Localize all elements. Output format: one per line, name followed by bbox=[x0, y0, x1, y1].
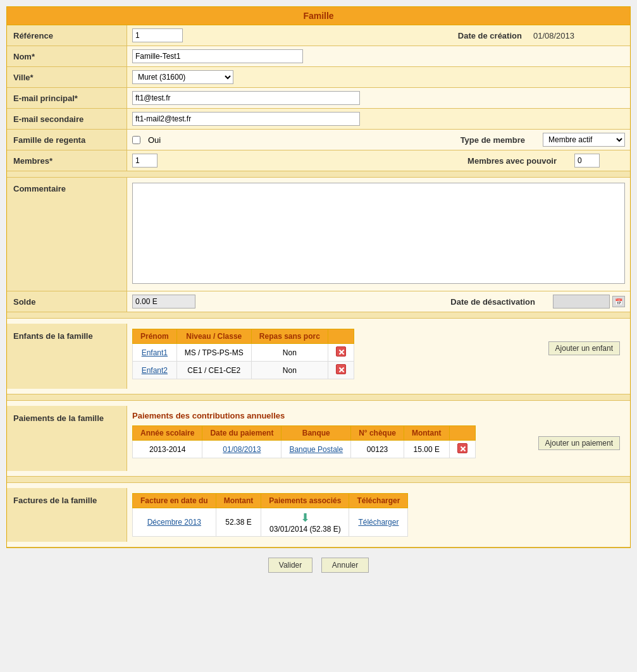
solde-value-cell: Date de désactivation 📅 bbox=[127, 292, 630, 311]
table-row: Enfant1 MS / TPS-PS-MS Non bbox=[133, 344, 354, 362]
ajouter-paiement-wrapper: Ajouter un paiement bbox=[538, 411, 625, 450]
enfants-col-action bbox=[328, 329, 354, 344]
list-item bbox=[328, 362, 354, 379]
reference-value-cell: Date de création 01/08/2013 bbox=[127, 26, 630, 45]
email-secondaire-label: E-mail secondaire bbox=[7, 109, 127, 129]
factures-col-date: Facture en date du bbox=[133, 494, 216, 508]
factures-col-montant: Montant bbox=[216, 494, 261, 508]
list-item: Télécharger bbox=[349, 508, 408, 537]
valider-button[interactable]: Valider bbox=[268, 558, 312, 573]
list-item: Enfant1 bbox=[133, 344, 177, 362]
enfant-prenom-link[interactable]: Enfant2 bbox=[142, 366, 168, 375]
paiements-table: Année scolaire Date du paiement Banque N… bbox=[132, 425, 476, 458]
paiements-section-title: Paiements des contributions annuelles bbox=[132, 411, 538, 420]
paiement-banque-link[interactable]: Banque Postale bbox=[289, 445, 343, 454]
reference-row: Référence Date de création 01/08/2013 bbox=[7, 25, 630, 46]
famille-regenta-row: Famille de regenta Oui Type de membre Me… bbox=[7, 130, 630, 150]
nom-row: Nom* bbox=[7, 46, 630, 67]
famille-regenta-value-cell: Oui Type de membre Membre actif Membre i… bbox=[127, 130, 630, 149]
table-row: Enfant2 CE1 / CE1-CE2 Non bbox=[133, 362, 354, 379]
ville-row: Ville* Muret (31600) Toulouse (31000) Pa… bbox=[7, 67, 630, 88]
enfants-label: Enfants de la famille bbox=[7, 324, 127, 389]
date-desactivation-input[interactable] bbox=[553, 295, 610, 309]
list-item: Non bbox=[251, 362, 328, 379]
list-item: 52.38 E bbox=[216, 508, 261, 537]
delete-enfant-icon[interactable] bbox=[336, 364, 346, 374]
ville-select[interactable]: Muret (31600) Toulouse (31000) Paris (75… bbox=[132, 70, 233, 84]
solde-label: Solde bbox=[7, 291, 127, 312]
list-item: Non bbox=[251, 344, 328, 362]
nom-input[interactable] bbox=[132, 49, 303, 63]
email-principal-label: E-mail principal* bbox=[7, 88, 127, 108]
enfants-col-niveau: Niveau / Classe bbox=[176, 329, 251, 344]
factures-col-paiements: Paiements associés bbox=[261, 494, 349, 508]
calendar-icon[interactable]: 📅 bbox=[612, 296, 625, 307]
divider-1 bbox=[7, 171, 630, 178]
ville-label: Ville* bbox=[7, 67, 127, 87]
divider-4 bbox=[7, 477, 630, 483]
table-row: 2013-2014 01/08/2013 Banque Postale 0012… bbox=[133, 441, 476, 458]
ajouter-paiement-button[interactable]: Ajouter un paiement bbox=[538, 436, 620, 450]
type-membre-label: Type de membre bbox=[461, 135, 525, 145]
oui-label: Oui bbox=[148, 135, 161, 145]
factures-label: Factures de la famille bbox=[7, 488, 127, 542]
email-secondaire-row: E-mail secondaire bbox=[7, 109, 630, 130]
enfants-table-wrapper: Prénom Niveau / Classe Repas sans porc E… bbox=[132, 329, 548, 379]
page-title: Famille bbox=[7, 7, 630, 25]
table-row: Décembre 2013 52.38 E ⬇ 03/01/2014 (52.3… bbox=[133, 508, 408, 537]
enfants-table: Prénom Niveau / Classe Repas sans porc E… bbox=[132, 329, 354, 379]
paiement-download-icon[interactable]: ⬇ bbox=[300, 511, 310, 525]
enfants-content: Prénom Niveau / Classe Repas sans porc E… bbox=[127, 324, 630, 389]
telecharger-link[interactable]: Télécharger bbox=[358, 518, 399, 527]
list-item: 2013-2014 bbox=[133, 441, 202, 458]
oui-checkbox[interactable] bbox=[132, 136, 140, 144]
membres-pouvoir-label: Membres avec pouvoir bbox=[467, 156, 557, 166]
membres-label: Membres* bbox=[7, 150, 127, 171]
commentaire-content bbox=[127, 178, 630, 291]
enfant-prenom-link[interactable]: Enfant1 bbox=[142, 348, 168, 357]
paiements-row-wrapper: Paiements des contributions annuelles An… bbox=[132, 411, 625, 458]
paiements-content: Paiements des contributions annuelles An… bbox=[127, 406, 630, 471]
famille-regenta-label: Famille de regenta bbox=[7, 130, 127, 150]
list-item: 00123 bbox=[351, 441, 404, 458]
date-creation-value: 01/08/2013 bbox=[533, 31, 625, 40]
membres-input[interactable] bbox=[132, 154, 158, 168]
membres-pouvoir-input[interactable] bbox=[574, 154, 600, 168]
list-item: 01/08/2013 bbox=[202, 441, 281, 458]
email-principal-value-cell bbox=[127, 89, 630, 107]
delete-paiement-icon[interactable] bbox=[457, 443, 467, 453]
paiement-date-link[interactable]: 01/08/2013 bbox=[223, 445, 261, 454]
ajouter-enfant-button[interactable]: Ajouter un enfant bbox=[548, 341, 620, 355]
date-desactivation-wrapper: 📅 bbox=[553, 295, 625, 309]
ville-value-cell: Muret (31600) Toulouse (31000) Paris (75… bbox=[127, 68, 630, 87]
email-secondaire-input[interactable] bbox=[132, 112, 360, 126]
delete-enfant-icon[interactable] bbox=[336, 346, 346, 357]
facture-date-link[interactable]: Décembre 2013 bbox=[147, 518, 201, 527]
list-item: 15.00 E bbox=[404, 441, 449, 458]
factures-col-telecharger: Télécharger bbox=[349, 494, 408, 508]
divider-2 bbox=[7, 312, 630, 319]
membres-row: Membres* Membres avec pouvoir bbox=[7, 150, 630, 171]
factures-table: Facture en date du Montant Paiements ass… bbox=[132, 493, 408, 537]
nom-label: Nom* bbox=[7, 46, 127, 66]
type-membre-select[interactable]: Membre actif Membre inactif Adhérent bbox=[543, 133, 625, 147]
list-item: MS / TPS-PS-MS bbox=[176, 344, 251, 362]
solde-input bbox=[132, 295, 195, 309]
commentaire-textarea[interactable] bbox=[132, 183, 625, 284]
date-creation-label: Date de création bbox=[458, 31, 528, 40]
paiements-section: Paiements de la famille Paiements des co… bbox=[7, 401, 630, 477]
paiements-label: Paiements de la famille bbox=[7, 406, 127, 471]
membres-value-cell: Membres avec pouvoir bbox=[127, 151, 630, 170]
ajouter-enfant-wrapper: Ajouter un enfant bbox=[548, 329, 625, 355]
email-principal-input[interactable] bbox=[132, 91, 360, 105]
factures-content: Facture en date du Montant Paiements ass… bbox=[127, 488, 630, 542]
email-secondaire-value-cell bbox=[127, 109, 630, 128]
annuler-button[interactable]: Annuler bbox=[321, 558, 369, 573]
list-item: Décembre 2013 bbox=[133, 508, 216, 537]
enfants-section: Enfants de la famille Prénom Niveau / Cl… bbox=[7, 319, 630, 394]
enfants-row-wrapper: Prénom Niveau / Classe Repas sans porc E… bbox=[132, 329, 625, 379]
reference-input[interactable] bbox=[132, 28, 183, 42]
list-item bbox=[328, 344, 354, 362]
enfants-col-prenom: Prénom bbox=[133, 329, 177, 344]
reference-label: Référence bbox=[7, 25, 127, 46]
